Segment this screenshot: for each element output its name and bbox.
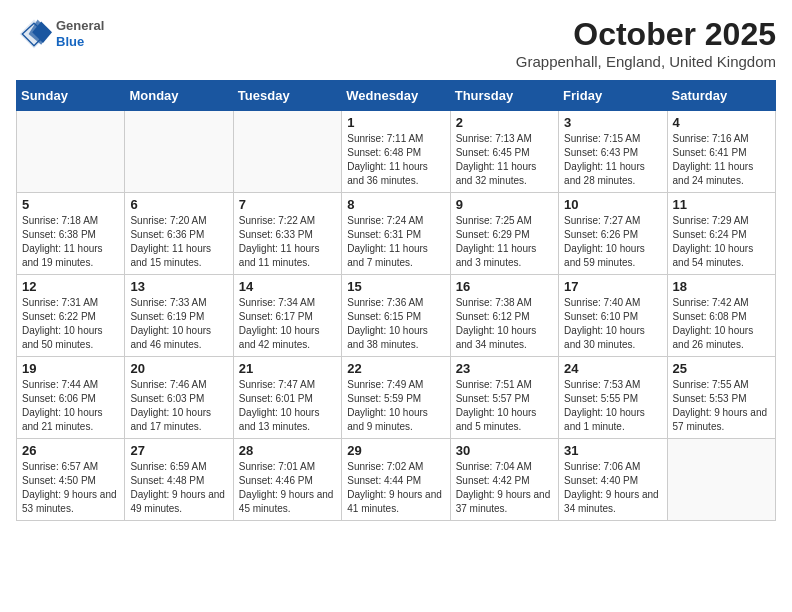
- day-info: Sunrise: 7:55 AM Sunset: 5:53 PM Dayligh…: [673, 378, 770, 434]
- day-info: Sunrise: 7:47 AM Sunset: 6:01 PM Dayligh…: [239, 378, 336, 434]
- calendar-cell: 26Sunrise: 6:57 AM Sunset: 4:50 PM Dayli…: [17, 439, 125, 521]
- calendar-week-row: 5Sunrise: 7:18 AM Sunset: 6:38 PM Daylig…: [17, 193, 776, 275]
- logo-general: General: [56, 18, 104, 34]
- day-number: 15: [347, 279, 444, 294]
- day-number: 16: [456, 279, 553, 294]
- day-info: Sunrise: 7:18 AM Sunset: 6:38 PM Dayligh…: [22, 214, 119, 270]
- day-info: Sunrise: 6:57 AM Sunset: 4:50 PM Dayligh…: [22, 460, 119, 516]
- calendar-cell: [233, 111, 341, 193]
- calendar-cell: 29Sunrise: 7:02 AM Sunset: 4:44 PM Dayli…: [342, 439, 450, 521]
- calendar-title: October 2025: [516, 16, 776, 53]
- header-friday: Friday: [559, 81, 667, 111]
- calendar-cell: 28Sunrise: 7:01 AM Sunset: 4:46 PM Dayli…: [233, 439, 341, 521]
- calendar-week-row: 19Sunrise: 7:44 AM Sunset: 6:06 PM Dayli…: [17, 357, 776, 439]
- day-number: 8: [347, 197, 444, 212]
- calendar-cell: 4Sunrise: 7:16 AM Sunset: 6:41 PM Daylig…: [667, 111, 775, 193]
- calendar-cell: 2Sunrise: 7:13 AM Sunset: 6:45 PM Daylig…: [450, 111, 558, 193]
- day-info: Sunrise: 7:24 AM Sunset: 6:31 PM Dayligh…: [347, 214, 444, 270]
- day-number: 26: [22, 443, 119, 458]
- day-info: Sunrise: 7:53 AM Sunset: 5:55 PM Dayligh…: [564, 378, 661, 434]
- day-info: Sunrise: 7:13 AM Sunset: 6:45 PM Dayligh…: [456, 132, 553, 188]
- calendar-cell: 9Sunrise: 7:25 AM Sunset: 6:29 PM Daylig…: [450, 193, 558, 275]
- day-number: 22: [347, 361, 444, 376]
- calendar-cell: 11Sunrise: 7:29 AM Sunset: 6:24 PM Dayli…: [667, 193, 775, 275]
- day-number: 12: [22, 279, 119, 294]
- day-number: 7: [239, 197, 336, 212]
- day-number: 27: [130, 443, 227, 458]
- day-info: Sunrise: 7:46 AM Sunset: 6:03 PM Dayligh…: [130, 378, 227, 434]
- calendar-cell: 10Sunrise: 7:27 AM Sunset: 6:26 PM Dayli…: [559, 193, 667, 275]
- logo-blue: Blue: [56, 34, 104, 50]
- page-header: General Blue October 2025 Grappenhall, E…: [16, 16, 776, 70]
- day-info: Sunrise: 7:34 AM Sunset: 6:17 PM Dayligh…: [239, 296, 336, 352]
- day-number: 1: [347, 115, 444, 130]
- day-number: 18: [673, 279, 770, 294]
- day-number: 10: [564, 197, 661, 212]
- day-info: Sunrise: 7:40 AM Sunset: 6:10 PM Dayligh…: [564, 296, 661, 352]
- header-wednesday: Wednesday: [342, 81, 450, 111]
- day-info: Sunrise: 7:02 AM Sunset: 4:44 PM Dayligh…: [347, 460, 444, 516]
- day-number: 21: [239, 361, 336, 376]
- day-number: 20: [130, 361, 227, 376]
- day-info: Sunrise: 7:20 AM Sunset: 6:36 PM Dayligh…: [130, 214, 227, 270]
- day-number: 3: [564, 115, 661, 130]
- day-number: 13: [130, 279, 227, 294]
- day-number: 29: [347, 443, 444, 458]
- day-info: Sunrise: 7:38 AM Sunset: 6:12 PM Dayligh…: [456, 296, 553, 352]
- day-info: Sunrise: 7:15 AM Sunset: 6:43 PM Dayligh…: [564, 132, 661, 188]
- day-info: Sunrise: 7:36 AM Sunset: 6:15 PM Dayligh…: [347, 296, 444, 352]
- calendar-cell: 15Sunrise: 7:36 AM Sunset: 6:15 PM Dayli…: [342, 275, 450, 357]
- day-number: 5: [22, 197, 119, 212]
- day-number: 25: [673, 361, 770, 376]
- calendar-cell: 5Sunrise: 7:18 AM Sunset: 6:38 PM Daylig…: [17, 193, 125, 275]
- header-monday: Monday: [125, 81, 233, 111]
- day-number: 11: [673, 197, 770, 212]
- day-info: Sunrise: 7:49 AM Sunset: 5:59 PM Dayligh…: [347, 378, 444, 434]
- day-info: Sunrise: 7:51 AM Sunset: 5:57 PM Dayligh…: [456, 378, 553, 434]
- day-info: Sunrise: 7:04 AM Sunset: 4:42 PM Dayligh…: [456, 460, 553, 516]
- day-info: Sunrise: 7:33 AM Sunset: 6:19 PM Dayligh…: [130, 296, 227, 352]
- day-number: 17: [564, 279, 661, 294]
- day-info: Sunrise: 7:16 AM Sunset: 6:41 PM Dayligh…: [673, 132, 770, 188]
- calendar-cell: 30Sunrise: 7:04 AM Sunset: 4:42 PM Dayli…: [450, 439, 558, 521]
- day-number: 30: [456, 443, 553, 458]
- calendar-cell: [667, 439, 775, 521]
- day-number: 2: [456, 115, 553, 130]
- header-tuesday: Tuesday: [233, 81, 341, 111]
- calendar-header-row: SundayMondayTuesdayWednesdayThursdayFrid…: [17, 81, 776, 111]
- calendar-cell: 3Sunrise: 7:15 AM Sunset: 6:43 PM Daylig…: [559, 111, 667, 193]
- day-info: Sunrise: 7:06 AM Sunset: 4:40 PM Dayligh…: [564, 460, 661, 516]
- day-number: 31: [564, 443, 661, 458]
- calendar-cell: 23Sunrise: 7:51 AM Sunset: 5:57 PM Dayli…: [450, 357, 558, 439]
- calendar-cell: 20Sunrise: 7:46 AM Sunset: 6:03 PM Dayli…: [125, 357, 233, 439]
- header-saturday: Saturday: [667, 81, 775, 111]
- calendar-cell: 18Sunrise: 7:42 AM Sunset: 6:08 PM Dayli…: [667, 275, 775, 357]
- logo: General Blue: [16, 16, 104, 52]
- day-number: 23: [456, 361, 553, 376]
- calendar-cell: 25Sunrise: 7:55 AM Sunset: 5:53 PM Dayli…: [667, 357, 775, 439]
- calendar-cell: [17, 111, 125, 193]
- day-info: Sunrise: 7:11 AM Sunset: 6:48 PM Dayligh…: [347, 132, 444, 188]
- day-info: Sunrise: 7:29 AM Sunset: 6:24 PM Dayligh…: [673, 214, 770, 270]
- day-info: Sunrise: 7:27 AM Sunset: 6:26 PM Dayligh…: [564, 214, 661, 270]
- logo-text: General Blue: [56, 18, 104, 49]
- calendar-table: SundayMondayTuesdayWednesdayThursdayFrid…: [16, 80, 776, 521]
- calendar-cell: 7Sunrise: 7:22 AM Sunset: 6:33 PM Daylig…: [233, 193, 341, 275]
- day-info: Sunrise: 7:22 AM Sunset: 6:33 PM Dayligh…: [239, 214, 336, 270]
- day-info: Sunrise: 7:01 AM Sunset: 4:46 PM Dayligh…: [239, 460, 336, 516]
- calendar-week-row: 26Sunrise: 6:57 AM Sunset: 4:50 PM Dayli…: [17, 439, 776, 521]
- day-number: 28: [239, 443, 336, 458]
- day-number: 6: [130, 197, 227, 212]
- calendar-cell: 16Sunrise: 7:38 AM Sunset: 6:12 PM Dayli…: [450, 275, 558, 357]
- calendar-cell: 21Sunrise: 7:47 AM Sunset: 6:01 PM Dayli…: [233, 357, 341, 439]
- calendar-cell: 12Sunrise: 7:31 AM Sunset: 6:22 PM Dayli…: [17, 275, 125, 357]
- day-number: 4: [673, 115, 770, 130]
- day-number: 14: [239, 279, 336, 294]
- calendar-cell: 8Sunrise: 7:24 AM Sunset: 6:31 PM Daylig…: [342, 193, 450, 275]
- calendar-cell: 17Sunrise: 7:40 AM Sunset: 6:10 PM Dayli…: [559, 275, 667, 357]
- calendar-week-row: 1Sunrise: 7:11 AM Sunset: 6:48 PM Daylig…: [17, 111, 776, 193]
- day-info: Sunrise: 6:59 AM Sunset: 4:48 PM Dayligh…: [130, 460, 227, 516]
- day-number: 24: [564, 361, 661, 376]
- calendar-subtitle: Grappenhall, England, United Kingdom: [516, 53, 776, 70]
- logo-icon: [16, 16, 52, 52]
